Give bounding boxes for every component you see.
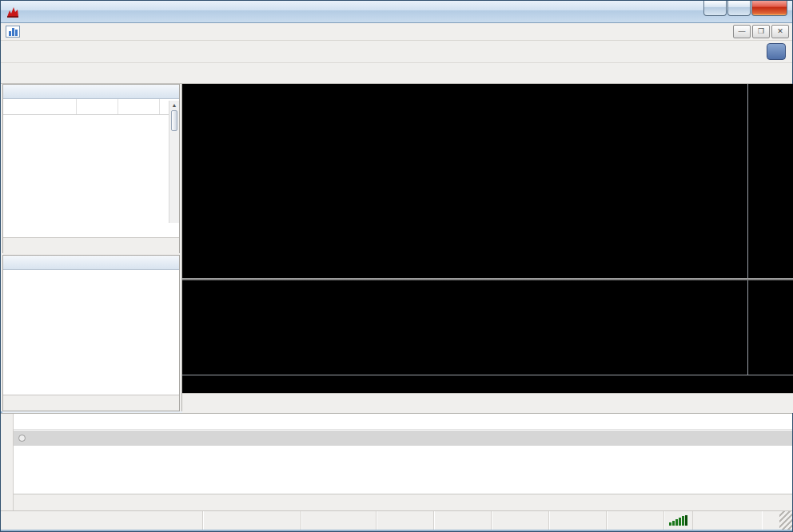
chart-window-icon — [6, 26, 20, 38]
market-watch-header — [3, 99, 179, 115]
column-ask[interactable] — [118, 99, 160, 114]
status-bar — [1, 510, 792, 530]
resize-grip[interactable] — [779, 511, 792, 530]
status-empty-cell — [301, 511, 377, 530]
terminal-columns-header — [14, 414, 792, 430]
price-axis[interactable] — [747, 84, 793, 375]
app-logo-icon — [6, 6, 20, 18]
column-symbol[interactable] — [3, 99, 77, 114]
status-empty-cell — [607, 511, 664, 530]
close-button[interactable] — [751, 1, 787, 16]
market-watch-scrollbar[interactable]: ▲ — [169, 101, 179, 223]
mdi-restore-button[interactable]: ❐ — [752, 25, 770, 38]
terminal-side-strip — [1, 414, 14, 512]
navigator-close-icon[interactable] — [171, 257, 176, 268]
balance-bullet-icon — [18, 435, 26, 442]
status-empty-cell — [377, 511, 434, 530]
time-axis[interactable] — [182, 375, 793, 393]
market-watch-titlebar[interactable] — [3, 85, 179, 99]
drawing-toolbar — [1, 63, 792, 84]
navigator-titlebar[interactable] — [3, 256, 179, 270]
navigator-panel — [2, 255, 180, 411]
status-empty-cell — [434, 511, 492, 530]
connection-bars-icon — [664, 511, 693, 530]
left-panel-column: ▲ — [1, 84, 182, 411]
market-watch-close-icon[interactable] — [171, 86, 176, 97]
title-bar[interactable] — [1, 1, 792, 23]
status-help-text — [1, 511, 203, 530]
chart-splitter[interactable] — [182, 278, 793, 280]
menu-bar: — ❐ ✕ — [1, 23, 792, 41]
status-trading-mode[interactable] — [203, 511, 301, 530]
terminal-tabs-bar — [14, 494, 792, 510]
chart-plot — [182, 84, 747, 375]
app-window: — ❐ ✕ ▲ — [0, 0, 793, 532]
minimize-button[interactable] — [703, 1, 727, 16]
mdi-close-button[interactable]: ✕ — [771, 25, 789, 38]
terminal-panel — [1, 413, 792, 512]
status-empty-cell — [549, 511, 607, 530]
status-empty-cell — [492, 511, 549, 530]
chart-canvas[interactable] — [182, 84, 793, 393]
balance-row — [14, 431, 792, 446]
scroll-thumb[interactable] — [171, 110, 177, 131]
standard-toolbar — [1, 41, 792, 63]
scroll-up-icon[interactable]: ▲ — [169, 101, 179, 108]
terminal-close-icon[interactable] — [1, 414, 13, 416]
mdi-minimize-button[interactable]: — — [733, 25, 751, 38]
traffic-counter — [693, 511, 762, 530]
market-watch-panel: ▲ — [2, 84, 180, 253]
mailbox-badge[interactable] — [767, 43, 786, 60]
chart-tabs-bar — [182, 393, 793, 413]
column-bid[interactable] — [77, 99, 118, 114]
maximize-button[interactable] — [727, 1, 751, 16]
